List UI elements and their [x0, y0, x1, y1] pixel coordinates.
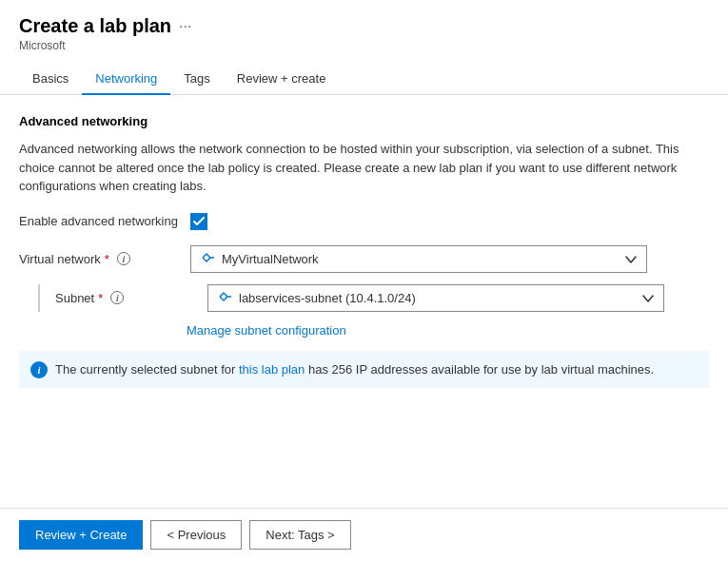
content-area: Advanced networking Advanced networking …: [0, 95, 728, 508]
virtual-network-label-text: Virtual network: [19, 252, 101, 266]
tab-review-create[interactable]: Review + create: [224, 64, 340, 95]
subnet-chevron-icon: [642, 291, 654, 305]
virtual-network-info-icon[interactable]: i: [117, 252, 130, 265]
subnet-dropdown-left: labservices-subnet (10.4.1.0/24): [218, 291, 416, 305]
info-banner-text-after: has 256 IP addresses available for use b…: [305, 362, 654, 377]
page-container: Create a lab plan ··· Microsoft Basics N…: [0, 0, 728, 561]
subnet-network-icon: [218, 291, 233, 305]
tab-basics[interactable]: Basics: [19, 64, 82, 95]
virtual-network-chevron-icon: [625, 252, 637, 266]
info-banner-text: The currently selected subnet for this l…: [55, 360, 654, 379]
subnet-label-text: Subnet: [55, 291, 94, 305]
tab-networking[interactable]: Networking: [82, 64, 170, 95]
enable-networking-label: Enable advanced networking: [19, 214, 190, 228]
next-button[interactable]: Next: Tags >: [249, 520, 350, 550]
page-subtitle: Microsoft: [19, 39, 709, 52]
ellipsis-menu[interactable]: ···: [179, 18, 191, 35]
virtual-network-value: MyVirtualNetwork: [222, 252, 319, 266]
checkmark-icon: [193, 217, 205, 226]
subnet-info-icon[interactable]: i: [110, 291, 124, 304]
section-description: Advanced networking allows the network c…: [19, 140, 709, 196]
enable-networking-checkbox-container: [190, 213, 207, 230]
virtual-network-row: Virtual network * i MyVirtualNetwork: [19, 245, 709, 273]
info-banner-link[interactable]: this lab plan: [239, 362, 305, 377]
subnet-dropdown[interactable]: labservices-subnet (10.4.1.0/24): [207, 284, 664, 312]
virtual-network-dropdown[interactable]: MyVirtualNetwork: [190, 245, 647, 273]
info-banner: i The currently selected subnet for this…: [19, 351, 709, 389]
virtual-network-required: *: [105, 252, 109, 266]
subnet-nested-section: Subnet * i labservices-subnet (10.4.1.0/…: [38, 284, 709, 312]
subnet-required: *: [98, 291, 103, 305]
virtual-network-label: Virtual network * i: [19, 252, 190, 266]
page-title: Create a lab plan: [19, 15, 171, 37]
info-banner-icon: i: [30, 361, 48, 378]
manage-subnet-link[interactable]: Manage subnet configuration: [187, 323, 709, 338]
enable-networking-row: Enable advanced networking: [19, 213, 709, 230]
header: Create a lab plan ··· Microsoft: [0, 0, 728, 56]
tabs-bar: Basics Networking Tags Review + create: [0, 64, 728, 95]
subnet-value: labservices-subnet (10.4.1.0/24): [239, 291, 416, 305]
review-create-button[interactable]: Review + Create: [19, 520, 143, 550]
network-icon: [201, 252, 216, 266]
subnet-label: Subnet * i: [55, 291, 207, 305]
virtual-network-dropdown-left: MyVirtualNetwork: [201, 252, 319, 266]
tab-tags[interactable]: Tags: [170, 64, 223, 95]
previous-button[interactable]: < Previous: [150, 520, 242, 550]
footer: Review + Create < Previous Next: Tags >: [0, 508, 728, 561]
info-banner-text-before: The currently selected subnet for: [55, 362, 239, 377]
enable-networking-checkbox[interactable]: [190, 213, 207, 230]
header-title-row: Create a lab plan ···: [19, 15, 709, 37]
subnet-row: Subnet * i labservices-subnet (10.4.1.0/…: [40, 284, 709, 312]
section-title: Advanced networking: [19, 114, 709, 128]
